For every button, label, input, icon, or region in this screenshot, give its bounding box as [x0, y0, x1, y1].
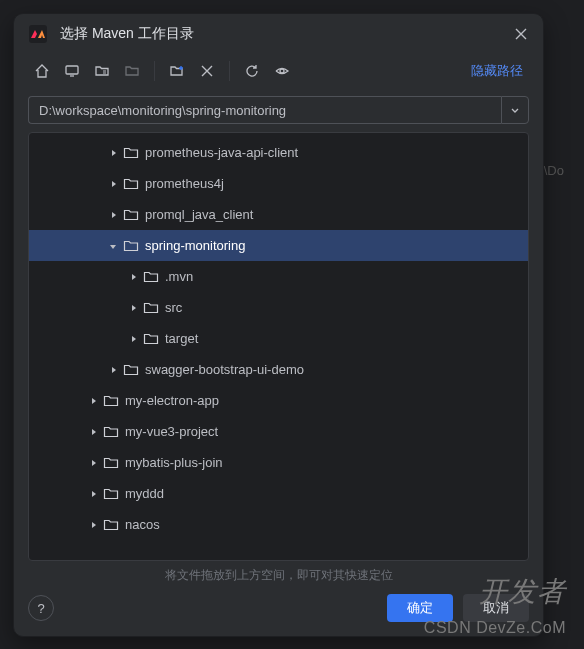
new-folder-icon[interactable]	[163, 58, 191, 84]
watermark: 开发者	[479, 573, 566, 611]
watermark: CSDN DevZe.CoM	[424, 619, 566, 637]
project-icon[interactable]	[88, 58, 116, 84]
folder-icon	[123, 207, 139, 223]
path-input[interactable]	[28, 96, 501, 124]
show-hidden-icon[interactable]	[268, 58, 296, 84]
folder-icon	[103, 393, 119, 409]
chevron-right-icon[interactable]	[105, 207, 121, 223]
home-icon[interactable]	[28, 58, 56, 84]
help-button[interactable]: ?	[28, 595, 54, 621]
tree-node-label: target	[165, 331, 198, 346]
path-bar	[28, 96, 529, 124]
folder-icon	[123, 238, 139, 254]
chevron-right-icon[interactable]	[105, 145, 121, 161]
tree-node[interactable]: myddd	[29, 478, 528, 509]
folder-icon	[123, 362, 139, 378]
tree-node[interactable]: swagger-bootstrap-ui-demo	[29, 354, 528, 385]
tree-node-label: swagger-bootstrap-ui-demo	[145, 362, 304, 377]
tree-node[interactable]: promql_java_client	[29, 199, 528, 230]
folder-tree[interactable]: prometheus-java-api-clientprometheus4jpr…	[28, 132, 529, 561]
folder-icon	[123, 176, 139, 192]
chevron-right-icon[interactable]	[85, 517, 101, 533]
hide-path-link[interactable]: 隐藏路径	[465, 62, 529, 80]
chevron-right-icon[interactable]	[125, 331, 141, 347]
tree-node[interactable]: .mvn	[29, 261, 528, 292]
tree-node[interactable]: prometheus-java-api-client	[29, 137, 528, 168]
path-dropdown[interactable]	[501, 96, 529, 124]
folder-icon	[143, 269, 159, 285]
folder-icon	[143, 331, 159, 347]
chevron-right-icon[interactable]	[85, 455, 101, 471]
svg-point-2	[280, 69, 284, 73]
refresh-icon[interactable]	[238, 58, 266, 84]
folder-icon	[103, 455, 119, 471]
chevron-right-icon[interactable]	[125, 300, 141, 316]
chevron-down-icon[interactable]	[105, 238, 121, 254]
titlebar: 选择 Maven 工作目录	[14, 14, 543, 54]
ok-button[interactable]: 确定	[387, 594, 453, 622]
tree-node-label: nacos	[125, 517, 160, 532]
tree-node[interactable]: prometheus4j	[29, 168, 528, 199]
tree-node-label: promql_java_client	[145, 207, 253, 222]
app-icon	[28, 24, 48, 44]
folder-icon	[103, 486, 119, 502]
chevron-right-icon[interactable]	[85, 486, 101, 502]
separator	[229, 61, 230, 81]
tree-node[interactable]: spring-monitoring	[29, 230, 528, 261]
tree-node[interactable]: nacos	[29, 509, 528, 540]
tree-node[interactable]: src	[29, 292, 528, 323]
tree-node-label: .mvn	[165, 269, 193, 284]
tree-node[interactable]: target	[29, 323, 528, 354]
delete-icon[interactable]	[193, 58, 221, 84]
chevron-right-icon[interactable]	[105, 176, 121, 192]
tree-node[interactable]: mybatis-plus-join	[29, 447, 528, 478]
tree-node[interactable]: my-vue3-project	[29, 416, 528, 447]
tree-node-label: myddd	[125, 486, 164, 501]
svg-rect-0	[29, 25, 47, 43]
folder-icon	[143, 300, 159, 316]
tree-node-label: spring-monitoring	[145, 238, 245, 253]
tree-node[interactable]: my-electron-app	[29, 385, 528, 416]
tree-node-label: mybatis-plus-join	[125, 455, 223, 470]
separator	[154, 61, 155, 81]
tree-node-label: my-vue3-project	[125, 424, 218, 439]
chevron-right-icon[interactable]	[105, 362, 121, 378]
module-icon	[118, 58, 146, 84]
toolbar: 隐藏路径	[14, 54, 543, 92]
tree-node-label: src	[165, 300, 182, 315]
chevron-right-icon[interactable]	[125, 269, 141, 285]
drop-hint: 将文件拖放到上方空间，即可对其快速定位	[14, 561, 543, 594]
svg-rect-1	[66, 66, 78, 74]
dialog: 选择 Maven 工作目录 隐藏路径 prometheus-java-api-c…	[13, 13, 544, 637]
folder-icon	[103, 517, 119, 533]
desktop-icon[interactable]	[58, 58, 86, 84]
chevron-right-icon[interactable]	[85, 393, 101, 409]
close-icon[interactable]	[513, 26, 529, 42]
tree-node-label: prometheus-java-api-client	[145, 145, 298, 160]
dialog-title: 选择 Maven 工作目录	[60, 25, 501, 43]
folder-icon	[103, 424, 119, 440]
tree-node-label: my-electron-app	[125, 393, 219, 408]
chevron-right-icon[interactable]	[85, 424, 101, 440]
folder-icon	[123, 145, 139, 161]
tree-node-label: prometheus4j	[145, 176, 224, 191]
